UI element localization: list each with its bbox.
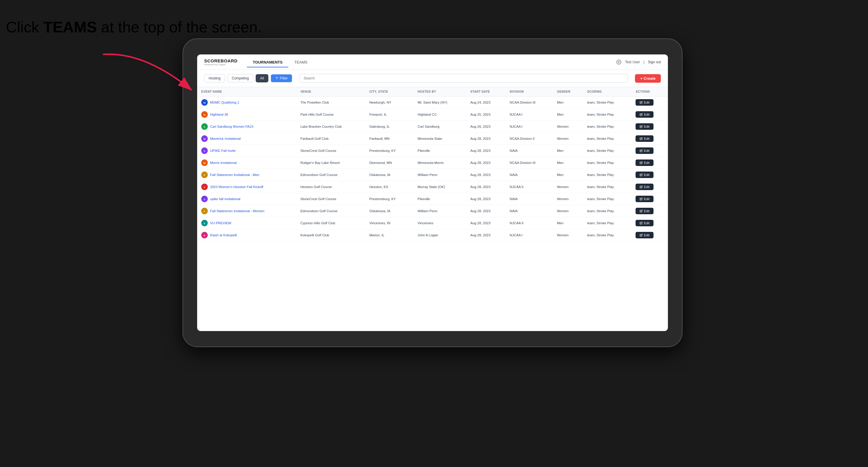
svg-point-1 [618,61,620,63]
event-name-text[interactable]: Fall Statesmen Invitational - Men [210,173,259,177]
cell-scoring: team, Stroke Play [583,169,631,181]
create-button[interactable]: + Create [635,74,661,83]
event-name-text[interactable]: UPIKE Fall Invite [210,149,236,152]
svg-text:2: 2 [204,186,206,189]
event-name-text[interactable]: MSMC Qualifying 1 [210,101,239,104]
edit-button[interactable]: Edit [636,135,653,142]
edit-button[interactable]: Edit [636,220,653,226]
cell-gender: Women [553,229,583,241]
cell-event-name: M Morris Invitational [197,157,296,169]
team-logo: F [201,172,208,178]
table-row: M MSMC Qualifying 1 The Powelton Club Ne… [197,96,668,108]
cell-scoring: team, Stroke Play [583,157,631,169]
col-hosted-by: HOSTED BY [413,87,466,96]
event-name-text[interactable]: Fall Statesmen Invitational - Women [210,209,265,213]
edit-button[interactable]: Edit [636,123,653,130]
cell-division: NAIA [505,193,553,205]
cell-start-date: Aug 24, 2023 [466,96,505,108]
competing-button[interactable]: Competing [227,74,253,83]
cell-start-date: Aug 28, 2023 [466,229,505,241]
event-name-text[interactable]: upike fall invitational [210,197,240,201]
table-row: F Fall Statesmen Invitational - Women Ed… [197,205,668,217]
tablet-frame: SCOREBOARD Powered by Clippit TOURNAMENT… [182,38,683,347]
cell-venue: StoneCrest Golf Course [296,193,365,205]
cell-hosted-by: Carl Sandburg [413,121,466,133]
search-input[interactable] [299,74,628,83]
col-event-name: EVENT NAME [197,87,296,96]
edit-icon [640,197,643,200]
cell-venue: Kokopelli Golf Club [296,229,365,241]
sign-out-link[interactable]: Sign out [648,60,661,64]
cell-division: NJCAA I [505,229,553,241]
tab-tournaments[interactable]: TOURNAMENTS [247,58,288,67]
team-logo: C [201,123,208,130]
edit-icon [640,185,643,188]
cell-venue: Edmundson Golf Course [296,169,365,181]
event-name-text[interactable]: 2023 Women's Hesston Fall Kickoff [210,185,264,189]
event-name-text[interactable]: Highland 36 [210,113,228,116]
col-division: DIVISION [505,87,553,96]
event-name-text[interactable]: Carl Sandburg Women FA23 [210,125,253,128]
filter-button[interactable]: Filter [271,74,292,83]
edit-button[interactable]: Edit [636,111,653,118]
cell-start-date: Aug 28, 2023 [466,217,505,229]
event-name-text[interactable]: Morris Invitational [210,161,237,164]
team-logo: U [201,148,208,154]
cell-start-date: Aug 25, 2023 [466,108,505,121]
edit-button[interactable]: Edit [636,196,653,202]
svg-text:F: F [204,210,206,213]
cell-scoring: team, Stroke Play [583,108,631,121]
event-name-text[interactable]: VU PREVIEW [210,221,231,225]
cell-hosted-by: William Penn [413,169,466,181]
all-button[interactable]: All [256,74,268,83]
table-row: F Fall Statesmen Invitational - Men Edmu… [197,169,668,181]
edit-button[interactable]: Edit [636,232,653,238]
event-name-text[interactable]: Klash at Kokopelli [210,234,237,237]
cell-city-state: Deerwood, MN [365,157,413,169]
cell-event-name: C Carl Sandburg Women FA23 [197,121,296,133]
team-logo: 2 [201,184,208,190]
table-header-row: EVENT NAME VENUE CITY, STATE HOSTED BY S… [197,87,668,96]
edit-button[interactable]: Edit [636,159,653,166]
col-gender: GENDER [553,87,583,96]
edit-icon [640,222,643,224]
cell-city-state: Prestonsburg, KY [365,193,413,205]
cell-actions: Edit [631,229,668,241]
svg-text:C: C [204,126,206,128]
cell-start-date: Aug 28, 2023 [466,181,505,193]
cell-gender: Women [553,205,583,217]
tab-teams[interactable]: TEAMS [288,58,313,67]
cell-scoring: team, Stroke Play [583,229,631,241]
cell-actions: Edit [631,169,668,181]
cell-gender: Women [553,181,583,193]
edit-icon [640,173,643,176]
edit-button[interactable]: Edit [636,208,653,214]
team-logo: M [201,135,208,142]
event-name-text[interactable]: Maverick Invitational [210,137,241,141]
cell-gender: Men [553,169,583,181]
team-logo: F [201,208,208,214]
edit-button[interactable]: Edit [636,148,653,154]
edit-button[interactable]: Edit [636,99,653,106]
col-scoring: SCORING [583,87,631,96]
cell-actions: Edit [631,157,668,169]
cell-venue: StoneCrest Golf Course [296,145,365,157]
cell-scoring: team, Stroke Play [583,145,631,157]
cell-venue: Faribault Golf Club [296,133,365,145]
team-logo: K [201,232,208,238]
nav-bar: SCOREBOARD Powered by Clippit TOURNAMENT… [197,55,668,70]
cell-actions: Edit [631,108,668,121]
cell-division: NJCAA II [505,181,553,193]
toolbar: Hosting Competing All Filter + Create [197,70,668,87]
settings-icon[interactable] [616,59,621,65]
tablet-screen: SCOREBOARD Powered by Clippit TOURNAMENT… [197,55,668,331]
cell-gender: Men [553,96,583,108]
cell-actions: Edit [631,133,668,145]
cell-start-date: Aug 28, 2023 [466,133,505,145]
edit-button[interactable]: Edit [636,172,653,178]
edit-button[interactable]: Edit [636,184,653,190]
cell-actions: Edit [631,205,668,217]
edit-icon [640,161,643,164]
cell-venue: Hesston Golf Course [296,181,365,193]
edit-icon [640,125,643,128]
